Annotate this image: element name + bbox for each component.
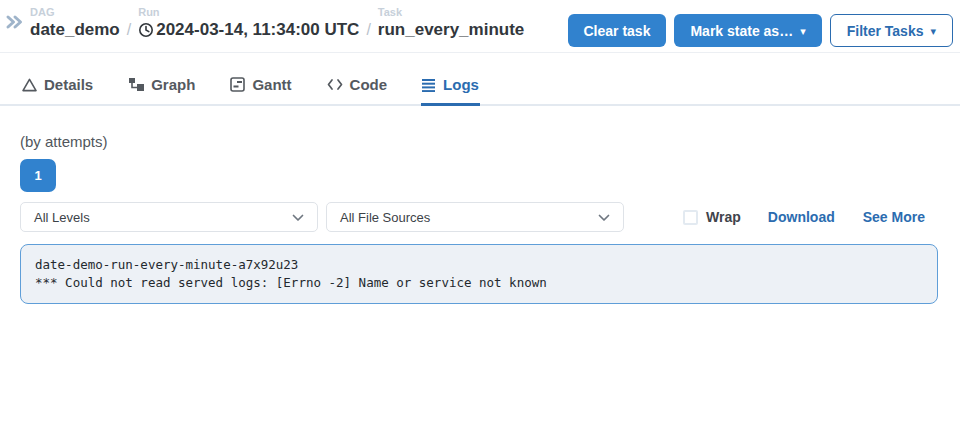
tab-gantt[interactable]: Gantt (229, 76, 292, 106)
log-line: *** Could not read served logs: [Errno -… (35, 274, 923, 292)
tab-code[interactable]: Code (326, 76, 389, 106)
run-timestamp[interactable]: 2024-03-14, 11:34:00 UTC (138, 19, 359, 41)
gantt-chart-icon (230, 77, 245, 92)
filter-tasks-label: Filter Tasks (847, 23, 924, 39)
wrap-label: Wrap (706, 209, 741, 225)
attempt-1-button[interactable]: 1 (20, 159, 56, 192)
wrap-checkbox[interactable] (683, 210, 698, 225)
tab-graph[interactable]: Graph (127, 76, 196, 106)
task-name[interactable]: run_every_minute (378, 19, 524, 41)
clear-task-label: Clear task (584, 23, 651, 39)
tab-graph-label: Graph (151, 76, 195, 93)
log-output[interactable]: date-demo-run-every-minute-a7x92u23*** C… (20, 244, 938, 304)
see-more-link[interactable]: See More (863, 209, 925, 225)
dag-name[interactable]: date_demo (30, 19, 120, 41)
filter-tasks-button[interactable]: Filter Tasks ▾ (830, 14, 953, 47)
breadcrumb-separator: / (359, 21, 377, 41)
tab-gantt-label: Gantt (252, 76, 291, 93)
clear-task-button[interactable]: Clear task (568, 14, 667, 47)
attempts-caption: (by attempts) (20, 133, 938, 150)
mark-state-as-label: Mark state as… (690, 23, 793, 39)
run-timestamp-text: 2024-03-14, 11:34:00 UTC (156, 19, 359, 41)
tab-logs[interactable]: Logs (421, 76, 480, 106)
mark-state-as-button[interactable]: Mark state as… ▾ (674, 14, 821, 47)
clock-icon (138, 22, 154, 38)
log-level-value: All Levels (34, 210, 90, 225)
log-level-select[interactable]: All Levels (20, 202, 318, 232)
breadcrumb: DAG date_demo / Run 2024-03-14, 11:34:00… (5, 6, 524, 41)
caret-down-icon: ▾ (800, 26, 806, 37)
wrap-toggle[interactable]: Wrap (683, 209, 741, 225)
log-controls: All Levels All File Sources Wrap Downloa… (20, 202, 938, 232)
tab-bar: Details Graph Gantt Code (0, 53, 960, 106)
task-label: Task (378, 6, 524, 19)
run-label: Run (138, 6, 359, 19)
chevron-down-icon (598, 210, 610, 225)
tab-code-label: Code (350, 76, 388, 93)
breadcrumb-separator: / (120, 21, 138, 41)
log-line: date-demo-run-every-minute-a7x92u23 (35, 256, 923, 274)
tab-details[interactable]: Details (21, 76, 94, 106)
breadcrumb-task[interactable]: Task run_every_minute (378, 6, 524, 41)
chevron-down-icon (292, 210, 304, 225)
log-actions: Wrap Download See More (683, 209, 925, 225)
dag-label: DAG (30, 6, 120, 19)
graph-nodes-icon (128, 77, 144, 92)
toggle-grid-panel-icon[interactable] (5, 14, 24, 30)
caret-down-icon: ▾ (930, 26, 936, 37)
tab-details-label: Details (44, 76, 93, 93)
header-actions: Clear task Mark state as… ▾ Filter Tasks… (568, 14, 954, 47)
logs-panel: (by attempts) 1 All Levels All File Sour… (0, 106, 960, 304)
breadcrumb-run[interactable]: Run 2024-03-14, 11:34:00 UTC (138, 6, 359, 41)
tab-logs-label: Logs (443, 76, 479, 93)
file-source-select[interactable]: All File Sources (326, 202, 624, 232)
warning-triangle-icon (22, 78, 37, 92)
file-source-value: All File Sources (340, 210, 430, 225)
breadcrumb-dag[interactable]: DAG date_demo (30, 6, 120, 41)
log-lines-icon (422, 78, 436, 92)
download-link[interactable]: Download (768, 209, 835, 225)
task-instance-header: DAG date_demo / Run 2024-03-14, 11:34:00… (0, 0, 960, 53)
code-brackets-icon (327, 78, 343, 91)
